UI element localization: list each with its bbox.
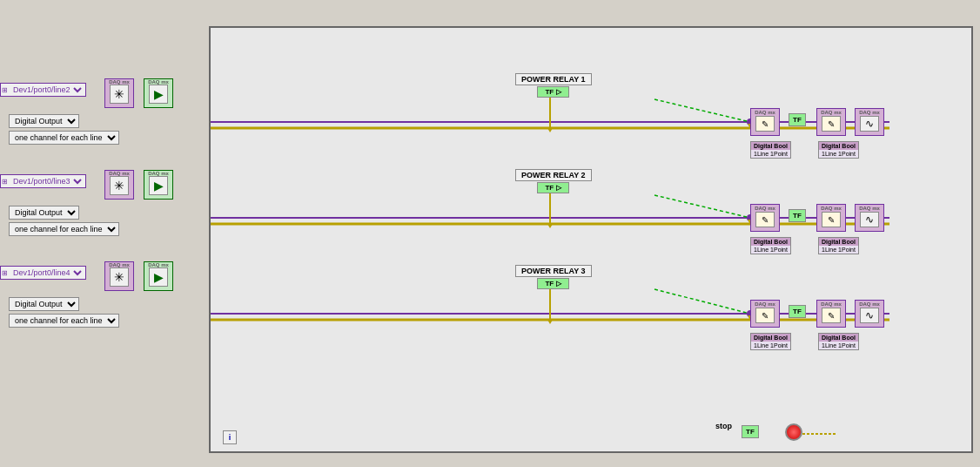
tf-arrow-2: ▷: [556, 184, 561, 192]
relay-tf-1: TF ▷: [537, 86, 569, 98]
tf-block-1: TF: [789, 113, 806, 126]
svg-marker-12: [547, 224, 553, 228]
stop-tf-block: TF: [742, 425, 759, 438]
write-block-1a: DAQ mx ✎: [750, 108, 780, 136]
power-relay-1: POWER RELAY 1 TF ▷: [515, 73, 592, 98]
svg-line-22: [654, 195, 750, 218]
type-dropdown-2[interactable]: Digital Output: [9, 206, 79, 220]
tf-text-2: TF: [545, 184, 554, 192]
sunburst-icon-1: ✳: [110, 85, 129, 104]
device-select-1[interactable]: Dev1/port0/line2: [10, 85, 84, 95]
device-icon-2: ⊞: [2, 178, 8, 186]
play-block-1: DAQ mx ▶: [144, 78, 173, 108]
svg-line-21: [654, 99, 750, 122]
tf-arrow-3: ▷: [556, 280, 561, 288]
power-relay-2: POWER RELAY 2 TF ▷: [515, 169, 592, 193]
write-block-3b: DAQ mx ✎: [816, 300, 846, 328]
diagram-canvas: POWER RELAY 1 TF ▷ POWER RELAY 2 TF ▷ PO…: [209, 26, 973, 453]
tf-block-2: TF: [789, 209, 806, 222]
channel-select-2[interactable]: one channel for each line: [9, 222, 119, 236]
svg-marker-19: [547, 320, 553, 324]
device-icon-3: ⊞: [2, 269, 8, 277]
play-icon-2: ▶: [149, 176, 168, 195]
wave-block-2: DAQ mx ∿: [855, 204, 884, 232]
sunburst-icon-2: ✳: [110, 176, 129, 195]
digital-bool-1a: Digital Bool 1Line 1Point: [750, 141, 791, 159]
device-dropdown-1[interactable]: ⊞ Dev1/port0/line2: [0, 83, 86, 97]
type-select-3[interactable]: Digital Output: [9, 297, 79, 311]
tf-block-3: TF: [789, 305, 806, 318]
channel-dropdown-1[interactable]: one channel for each line: [9, 131, 119, 145]
tf-text-3: TF: [545, 280, 554, 288]
stop-section: stop: [715, 422, 732, 430]
relay-tf-2: TF ▷: [537, 182, 569, 193]
play-block-3: DAQ mx ▶: [144, 261, 173, 291]
device-select-3[interactable]: Dev1/port0/line4: [10, 267, 84, 278]
write-block-3a: DAQ mx ✎: [750, 300, 780, 328]
channel-select-3[interactable]: one channel for each line: [9, 314, 119, 328]
tf-arrow-1: ▷: [556, 88, 561, 96]
device-dropdown-2[interactable]: ⊞ Dev1/port0/line3: [0, 174, 86, 188]
write-block-1b: DAQ mx ✎: [816, 108, 846, 136]
write-block-2b: DAQ mx ✎: [816, 204, 846, 232]
play-icon-1: ▶: [149, 85, 168, 104]
type-dropdown-3[interactable]: Digital Output: [9, 297, 79, 311]
device-icon-1: ⊞: [2, 86, 8, 94]
digital-bool-2a: Digital Bool 1Line 1Point: [750, 237, 791, 254]
tf-text-1: TF: [545, 88, 554, 96]
relay-tf-3: TF ▷: [537, 278, 569, 289]
stop-button[interactable]: [785, 423, 802, 441]
write-block-2a: DAQ mx ✎: [750, 204, 780, 232]
icon-block-sunburst-2: DAQ mx ✳: [104, 170, 134, 200]
type-dropdown-1[interactable]: Digital Output: [9, 114, 79, 128]
device-dropdown-3[interactable]: ⊞ Dev1/port0/line4: [0, 266, 86, 280]
device-select-2[interactable]: Dev1/port0/line3: [10, 176, 84, 186]
channel-dropdown-2[interactable]: one channel for each line: [9, 222, 119, 236]
relay-label-1: POWER RELAY 1: [515, 73, 592, 85]
wave-block-1: DAQ mx ∿: [855, 108, 884, 136]
digital-bool-3b: Digital Bool 1Line 1Point: [818, 333, 859, 350]
digital-bool-2b: Digital Bool 1Line 1Point: [818, 237, 859, 254]
relay-label-2: POWER RELAY 2: [515, 169, 592, 181]
play-icon-3: ▶: [149, 267, 168, 287]
icon-block-sunburst-1: DAQ mx ✳: [104, 78, 134, 108]
relay-label-3: POWER RELAY 3: [515, 265, 592, 277]
digital-bool-3a: Digital Bool 1Line 1Point: [750, 333, 791, 350]
play-block-2: DAQ mx ▶: [144, 170, 173, 200]
channel-dropdown-3[interactable]: one channel for each line: [9, 314, 119, 328]
icon-block-sunburst-3: DAQ mx ✳: [104, 261, 134, 291]
power-relay-3: POWER RELAY 3 TF ▷: [515, 265, 592, 289]
stop-label: stop: [715, 422, 732, 430]
digital-bool-1b: Digital Bool 1Line 1Point: [818, 141, 859, 159]
svg-line-23: [654, 289, 750, 314]
svg-marker-5: [547, 128, 553, 132]
sunburst-icon-3: ✳: [110, 267, 129, 287]
type-select-1[interactable]: Digital Output: [9, 114, 79, 128]
type-select-2[interactable]: Digital Output: [9, 206, 79, 220]
wave-block-3: DAQ mx ∿: [855, 300, 884, 328]
channel-select-1[interactable]: one channel for each line: [9, 131, 119, 145]
info-icon: i: [223, 430, 237, 444]
